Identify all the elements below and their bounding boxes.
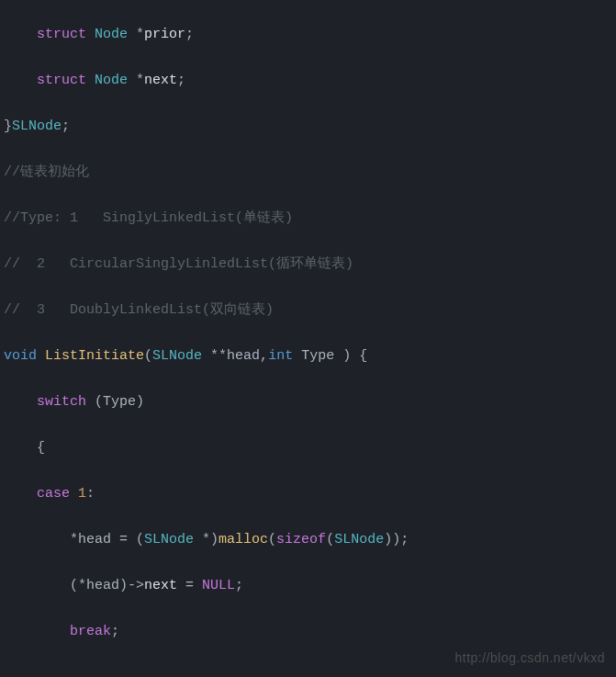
code-line: case 1: [4, 482, 616, 505]
code-line: *head = (SLNode *)malloc(sizeof(SLNode))… [4, 528, 616, 551]
code-line: (*head)->next = NULL; [4, 574, 616, 597]
code-line: }SLNode; [4, 115, 616, 138]
code-comment: //Type: 1 SinglyLinkedList(单链表) [4, 207, 616, 230]
code-comment: //链表初始化 [4, 161, 616, 184]
code-line: { [4, 436, 616, 459]
code-line: void ListInitiate(SLNode **head,int Type… [4, 344, 616, 367]
code-line: struct Node *prior; [4, 23, 616, 46]
code-line: switch (Type) [4, 390, 616, 413]
code-comment: // 3 DoublyLinkedList(双向链表) [4, 299, 616, 322]
code-line: struct Node *next; [4, 69, 616, 92]
watermark-text: http://blog.csdn.net/vkxd [455, 647, 605, 670]
code-line: break; [4, 620, 616, 643]
code-comment: // 2 CircularSinglyLinledList(循环单链表) [4, 253, 616, 276]
code-editor[interactable]: struct Node *prior; struct Node *next; }… [0, 0, 616, 677]
